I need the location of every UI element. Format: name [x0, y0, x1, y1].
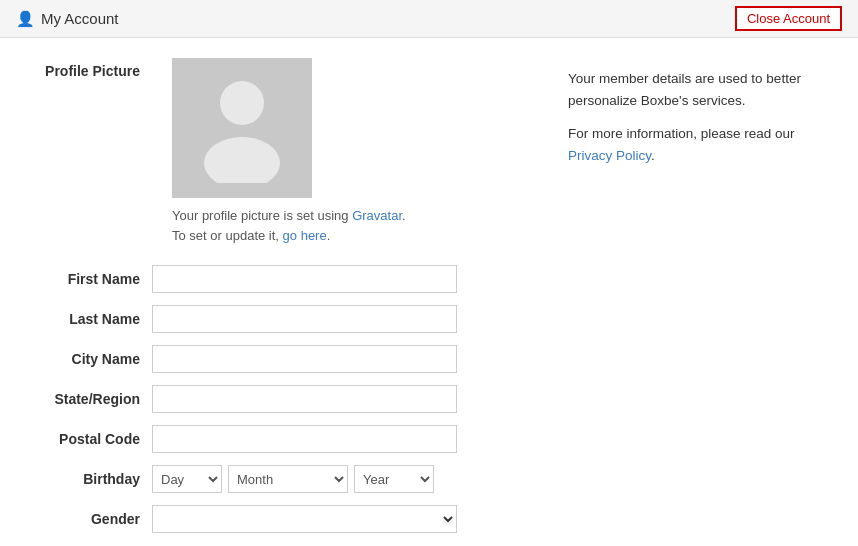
- header: 👤 My Account Close Account: [0, 0, 858, 38]
- birthday-row: Birthday Day 12345 678910 1112131415 161…: [30, 465, 528, 493]
- info-text-2: For more information, please read our Pr…: [568, 123, 828, 166]
- gender-label: Gender: [30, 511, 140, 527]
- gender-select[interactable]: Male Female Other: [152, 505, 457, 533]
- info-text-1: Your member details are used to better p…: [568, 68, 828, 111]
- right-column: Your member details are used to better p…: [568, 58, 828, 545]
- avatar: [172, 58, 312, 198]
- profile-text-before-gravatar: Your profile picture is set using: [172, 208, 352, 223]
- postal-code-input[interactable]: [152, 425, 457, 453]
- birthday-day-select[interactable]: Day 12345 678910 1112131415 1617181920 2…: [152, 465, 222, 493]
- last-name-label: Last Name: [30, 311, 140, 327]
- privacy-policy-link[interactable]: Privacy Policy: [568, 148, 651, 163]
- user-icon: 👤: [16, 10, 35, 28]
- birthday-year-select[interactable]: Year: [354, 465, 434, 493]
- city-name-label: City Name: [30, 351, 140, 367]
- left-column: Profile Picture Your profile picture is …: [30, 58, 528, 545]
- profile-picture-text: Your profile picture is set using Gravat…: [172, 206, 406, 245]
- profile-picture-container: Your profile picture is set using Gravat…: [172, 58, 406, 245]
- postal-code-label: Postal Code: [30, 431, 140, 447]
- page-title: My Account: [41, 10, 119, 27]
- profile-text-period1: .: [402, 208, 406, 223]
- gravatar-link[interactable]: Gravatar: [352, 208, 402, 223]
- state-region-label: State/Region: [30, 391, 140, 407]
- last-name-input[interactable]: [152, 305, 457, 333]
- state-region-row: State/Region: [30, 385, 528, 413]
- main-content: Profile Picture Your profile picture is …: [0, 38, 858, 546]
- birthday-month-select[interactable]: Month JanuaryFebruaryMarchApril MayJuneJ…: [228, 465, 348, 493]
- first-name-input[interactable]: [152, 265, 457, 293]
- first-name-row: First Name: [30, 265, 528, 293]
- info-dot: .: [651, 148, 655, 163]
- svg-point-0: [220, 81, 264, 125]
- profile-text-period2: .: [327, 228, 331, 243]
- gender-row: Gender Male Female Other: [30, 505, 528, 533]
- profile-picture-section: Profile Picture Your profile picture is …: [30, 58, 528, 245]
- close-account-button[interactable]: Close Account: [735, 6, 842, 31]
- header-title-container: 👤 My Account: [16, 10, 119, 28]
- profile-picture-label: Profile Picture: [30, 58, 140, 79]
- last-name-row: Last Name: [30, 305, 528, 333]
- state-region-input[interactable]: [152, 385, 457, 413]
- postal-code-row: Postal Code: [30, 425, 528, 453]
- info-text-before-link: For more information, please read our: [568, 126, 795, 141]
- birthday-selects: Day 12345 678910 1112131415 1617181920 2…: [152, 465, 434, 493]
- city-name-input[interactable]: [152, 345, 457, 373]
- profile-text-before-go-here: To set or update it,: [172, 228, 283, 243]
- svg-point-1: [204, 137, 280, 183]
- avatar-silhouette-icon: [192, 73, 292, 183]
- city-name-row: City Name: [30, 345, 528, 373]
- first-name-label: First Name: [30, 271, 140, 287]
- birthday-label: Birthday: [30, 471, 140, 487]
- go-here-link[interactable]: go here: [283, 228, 327, 243]
